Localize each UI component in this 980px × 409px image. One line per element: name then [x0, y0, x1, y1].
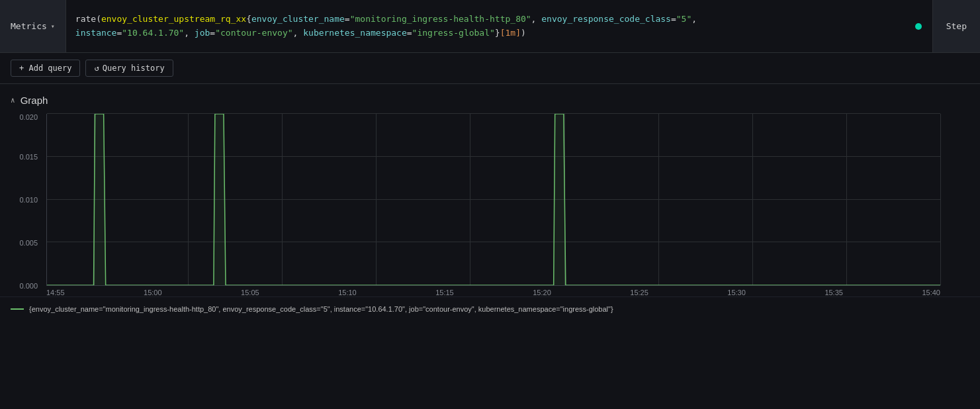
- collapse-icon[interactable]: ∧: [11, 96, 15, 105]
- metrics-label: Metrics: [11, 21, 47, 31]
- query-bar: Metrics ▾ rate(envoy_cluster_upstream_rq…: [0, 0, 980, 53]
- grid-v-10: [940, 114, 941, 285]
- y-axis: 0.000 0.005 0.010 0.015 0.020: [0, 114, 43, 286]
- step-button[interactable]: Step: [932, 0, 980, 52]
- x-label-0: 14:55: [46, 289, 65, 296]
- x-label-1: 15:00: [144, 289, 162, 296]
- x-label-7: 15:30: [727, 289, 746, 296]
- chevron-down-icon: ▾: [51, 23, 55, 30]
- y-label-2: 0.010: [19, 196, 38, 204]
- query-input-area[interactable]: rate(envoy_cluster_upstream_rq_xx{envoy_…: [66, 0, 932, 52]
- x-label-6: 15:25: [630, 289, 648, 296]
- query-history-button[interactable]: ↺ Query history: [85, 60, 173, 77]
- status-indicator: [915, 23, 922, 30]
- legend-label: {envoy_cluster_name="monitoring_ingress-…: [29, 305, 613, 313]
- chart-wrapper: 0.000 0.005 0.010 0.015 0.020: [0, 114, 980, 296]
- x-axis: 14:55 15:00 15:05 15:10 15:15 15:20 15:2…: [46, 286, 940, 296]
- graph-header: ∧ Graph: [0, 95, 980, 114]
- legend-line-indicator: [11, 308, 24, 310]
- chart-legend: {envoy_cluster_name="monitoring_ingress-…: [0, 296, 980, 321]
- chart-area: 14:55 15:00 15:05 15:10 15:15 15:20 15:2…: [46, 114, 940, 296]
- x-label-8: 15:35: [824, 289, 843, 296]
- graph-title: Graph: [21, 95, 48, 106]
- chart-fill: [47, 114, 940, 285]
- history-icon: ↺: [94, 64, 99, 73]
- x-label-5: 15:20: [533, 289, 551, 296]
- chart-svg: [47, 114, 940, 285]
- query-text: rate(envoy_cluster_upstream_rq_xx{envoy_…: [75, 13, 697, 40]
- x-label-3: 15:10: [338, 289, 357, 296]
- metrics-button[interactable]: Metrics ▾: [0, 0, 66, 52]
- graph-section: ∧ Graph 0.000 0.005 0.010 0.015 0.020: [0, 84, 980, 321]
- chart-plot: [46, 114, 940, 286]
- y-label-3: 0.015: [19, 153, 38, 161]
- add-query-button[interactable]: + Add query: [11, 60, 80, 77]
- y-label-1: 0.005: [19, 239, 38, 247]
- y-label-4: 0.020: [19, 113, 38, 121]
- x-label-2: 15:05: [241, 289, 259, 296]
- action-bar: + Add query ↺ Query history: [0, 53, 980, 84]
- chart-line: [47, 114, 940, 285]
- y-label-0: 0.000: [19, 282, 38, 290]
- x-label-9: 15:40: [922, 289, 940, 296]
- x-label-4: 15:15: [435, 289, 454, 296]
